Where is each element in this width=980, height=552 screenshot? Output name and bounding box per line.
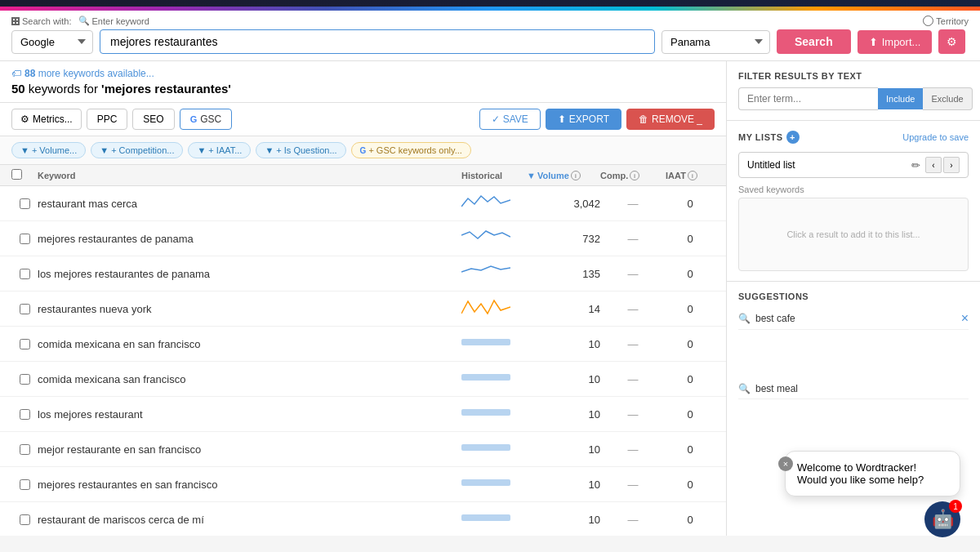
table-row: mejores restaurantes de panama 732 — 0: [0, 221, 726, 256]
suggestion-item-2: 🔍 best meal: [738, 379, 969, 399]
edit-list-button[interactable]: ✏: [911, 159, 920, 171]
info-icon-comp[interactable]: i: [630, 171, 639, 180]
row-iaat: 0: [666, 338, 715, 350]
chat-close-button[interactable]: ×: [778, 456, 793, 471]
volume-bar-svg: [461, 403, 510, 423]
google-icon: G: [190, 114, 198, 124]
list-actions: ‹ ›: [925, 157, 960, 173]
row-checkbox-8[interactable]: [20, 479, 30, 490]
row-checkbox-4[interactable]: [20, 339, 30, 349]
sparkline-svg: [461, 227, 510, 247]
settings-small-icon: ⚙: [20, 114, 29, 125]
row-volume: 135: [527, 268, 600, 280]
filter-icon-3: ▼: [197, 145, 206, 155]
row-checkbox-3[interactable]: [20, 304, 30, 314]
table-row: restaurant de mariscos cerca de mí 10 — …: [0, 502, 726, 536]
info-icon-volume[interactable]: i: [571, 171, 581, 180]
keyword-input[interactable]: [100, 29, 655, 54]
row-check-col: [11, 409, 38, 420]
row-historical: [461, 367, 527, 390]
suggestions-section: SUGGESTIONS 🔍 best cafe × 🔍 best meal: [727, 282, 980, 409]
row-comp: —: [600, 514, 666, 526]
header-comp: Comp. i: [600, 171, 666, 180]
volume-bar-svg: [461, 332, 510, 353]
sparkline-svg: [461, 192, 510, 212]
available-link[interactable]: 🏷 88 more keywords available...: [11, 68, 715, 79]
row-historical: [461, 262, 527, 285]
save-button[interactable]: ✓ SAVE: [479, 109, 541, 130]
row-check-col: [11, 374, 38, 385]
tab-gsc[interactable]: G GSC: [180, 109, 233, 130]
row-historical: [461, 508, 527, 531]
volume-filter-pill[interactable]: ▼ + Volume...: [11, 142, 86, 158]
territory-select[interactable]: Panama United States United Kingdom: [662, 30, 770, 54]
filter-text-input[interactable]: [738, 87, 878, 110]
remove-button[interactable]: 🗑 REMOVE _: [626, 109, 715, 130]
row-volume: 3,042: [527, 198, 600, 210]
suggestion-text-2[interactable]: best meal: [755, 383, 969, 394]
table-row: comida mexicana san francisco 10 — 0: [0, 362, 726, 397]
chat-message: Welcome to Wordtracker! Would you like s…: [797, 461, 924, 486]
import-button[interactable]: ⬆ Import...: [858, 30, 933, 54]
row-iaat: 0: [666, 233, 715, 245]
header-iaat: IAAT i: [666, 171, 715, 180]
saved-keywords-label: Saved keywords: [738, 185, 969, 194]
saved-area: Click a result to add it to this list...: [738, 198, 969, 271]
row-checkbox-0[interactable]: [20, 198, 30, 209]
suggestion-text-1[interactable]: best cafe: [755, 313, 956, 324]
iaat-filter-pill[interactable]: ▼ + IAAT...: [188, 142, 251, 158]
grid-icon: [11, 17, 20, 25]
exclude-button[interactable]: Exclude: [923, 87, 972, 110]
row-check-col: [11, 479, 38, 490]
question-filter-pill[interactable]: ▼ + Is Question...: [256, 142, 345, 158]
tab-ppc[interactable]: PPC: [87, 109, 128, 130]
chat-bot-button[interactable]: 🤖 1: [924, 501, 960, 536]
row-checkbox-1[interactable]: [20, 234, 30, 244]
row-checkbox-2[interactable]: [20, 269, 30, 279]
row-comp: —: [600, 198, 666, 210]
table-body: restaurant mas cerca 3,042 — 0 mejores r…: [0, 186, 726, 536]
volume-bar-svg: [461, 473, 510, 493]
svg-rect-3: [461, 444, 510, 451]
export-button[interactable]: ⬆ EXPORT: [546, 109, 621, 130]
header-volume[interactable]: ▼ Volume i: [527, 171, 600, 180]
table-row: los mejores restaurant 10 — 0: [0, 397, 726, 432]
suggestion-close-1[interactable]: ×: [961, 312, 969, 325]
info-icon-iaat[interactable]: i: [688, 171, 697, 180]
row-comp: —: [600, 338, 666, 350]
select-all-checkbox[interactable]: [11, 169, 22, 180]
list-next-button[interactable]: ›: [943, 157, 960, 173]
table-row: mejores restaurantes en san francisco 10…: [0, 467, 726, 502]
row-check-col: [11, 269, 38, 279]
include-button[interactable]: Include: [878, 88, 923, 109]
row-check-col: [11, 444, 38, 455]
row-historical: [461, 473, 527, 496]
settings-button[interactable]: ⚙: [938, 29, 965, 54]
filter-icon-4: ▼: [265, 145, 274, 155]
add-list-icon[interactable]: +: [786, 131, 800, 144]
gsc-filter-pill[interactable]: G + GSC keywords only...: [351, 142, 471, 158]
row-historical: [461, 297, 527, 320]
row-keyword: mejor restaurante en san francisco: [38, 443, 461, 456]
row-checkbox-6[interactable]: [20, 409, 30, 420]
left-panel: 🏷 88 more keywords available... 50 keywo…: [0, 61, 727, 536]
row-iaat: 0: [666, 479, 715, 491]
search-button[interactable]: Search: [777, 29, 851, 54]
engine-select[interactable]: Google Bing YouTube: [11, 30, 93, 54]
toolbar: ⚙ Metrics... PPC SEO G GSC ✓ SAVE ⬆ EXPO…: [0, 103, 726, 136]
row-checkbox-9[interactable]: [20, 514, 30, 525]
header-keyword: Keyword: [38, 171, 461, 180]
upgrade-link[interactable]: Upgrade to save: [902, 132, 969, 142]
row-historical: [461, 438, 527, 461]
search-controls-row: Google Bing YouTube Panama United States…: [11, 29, 969, 54]
tab-seo[interactable]: SEO: [132, 109, 174, 130]
row-checkbox-5[interactable]: [20, 374, 30, 385]
metrics-button[interactable]: ⚙ Metrics...: [11, 109, 82, 130]
row-checkbox-7[interactable]: [20, 444, 30, 455]
row-check-col: [11, 304, 38, 314]
filter-icon-2: ▼: [100, 145, 109, 155]
filter-text-section: FILTER RESULTS BY TEXT Include Exclude: [727, 61, 980, 121]
g-icon: G: [360, 146, 367, 155]
competition-filter-pill[interactable]: ▼ + Competition...: [91, 142, 183, 158]
list-prev-button[interactable]: ‹: [925, 157, 942, 173]
